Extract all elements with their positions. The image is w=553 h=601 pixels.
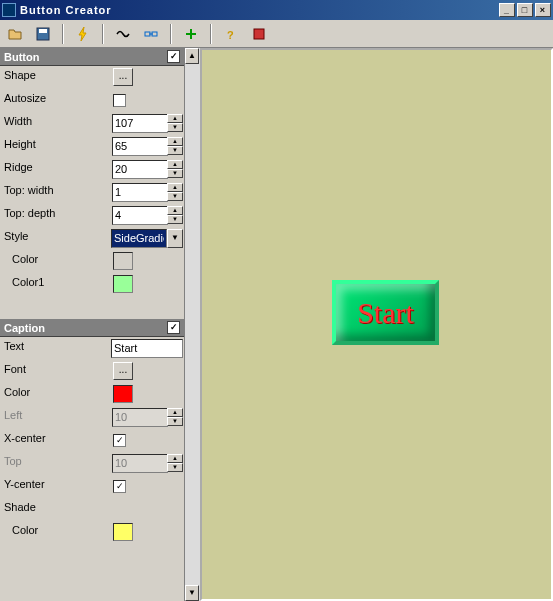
style-label: Style	[0, 227, 110, 249]
xcenter-checkbox[interactable]: ✓	[113, 434, 126, 447]
toolbar: ?	[0, 20, 553, 48]
ycenter-checkbox[interactable]: ✓	[113, 480, 126, 493]
preview-button[interactable]: Start	[332, 280, 439, 345]
topwidth-input[interactable]	[112, 183, 168, 202]
window-title: Button Creator	[20, 4, 499, 16]
topdepth-input[interactable]	[112, 206, 168, 225]
minimize-button[interactable]: _	[499, 3, 515, 17]
color-label: Color	[0, 250, 112, 272]
shadecolor-swatch[interactable]	[113, 523, 133, 541]
svg-rect-6	[254, 29, 264, 39]
plus-icon[interactable]	[180, 23, 202, 45]
title-bar: Button Creator _ □ ×	[0, 0, 553, 20]
height-spinner[interactable]: ▲▼	[167, 137, 183, 155]
shape-label: Shape	[0, 66, 112, 88]
ycenter-label: Y-center	[0, 475, 112, 497]
topwidth-label: Top: width	[0, 181, 111, 203]
color1-label: Color1	[0, 273, 112, 295]
color1-swatch[interactable]	[113, 275, 133, 293]
color-swatch[interactable]	[113, 252, 133, 270]
property-panel: Button ✓ Shape... Autosize Width▲▼ Heigh…	[0, 48, 200, 601]
preview-canvas: Start	[200, 48, 553, 601]
bolt-icon[interactable]	[72, 23, 94, 45]
close-button[interactable]: ×	[535, 3, 551, 17]
topdepth-label: Top: depth	[0, 204, 111, 226]
app-icon	[2, 3, 16, 17]
caption-color-swatch[interactable]	[113, 385, 133, 403]
shape-ellipsis-button[interactable]: ...	[113, 68, 133, 86]
top-spinner: ▲▼	[167, 454, 183, 472]
height-input[interactable]	[112, 137, 168, 156]
topwidth-spinner[interactable]: ▲▼	[167, 183, 183, 201]
ridge-spinner[interactable]: ▲▼	[167, 160, 183, 178]
maximize-button[interactable]: □	[517, 3, 533, 17]
left-label: Left	[0, 406, 111, 428]
section-header-button[interactable]: Button ✓	[0, 48, 184, 66]
xcenter-label: X-center	[0, 429, 112, 451]
autosize-checkbox[interactable]	[113, 94, 126, 107]
stop-icon[interactable]	[248, 23, 270, 45]
left-spinner: ▲▼	[167, 408, 183, 426]
scroll-up-button[interactable]: ▲	[185, 48, 199, 64]
font-ellipsis-button[interactable]: ...	[113, 362, 133, 380]
preview-button-caption: Start	[357, 296, 414, 330]
scroll-down-button[interactable]: ▼	[185, 585, 199, 601]
save-icon[interactable]	[32, 23, 54, 45]
text-input[interactable]	[111, 339, 183, 358]
link-icon[interactable]	[140, 23, 162, 45]
caption-section-checkbox[interactable]: ✓	[167, 321, 180, 334]
wave-icon[interactable]	[112, 23, 134, 45]
top-label: Top	[0, 452, 111, 474]
style-dropdown-button[interactable]: ▼	[167, 229, 183, 248]
ridge-input[interactable]	[112, 160, 168, 179]
section-header-caption[interactable]: Caption ✓	[0, 319, 184, 337]
open-icon[interactable]	[4, 23, 26, 45]
topdepth-spinner[interactable]: ▲▼	[167, 206, 183, 224]
caption-color-label: Color	[0, 383, 112, 405]
text-label: Text	[0, 337, 110, 359]
help-icon[interactable]: ?	[220, 23, 242, 45]
width-spinner[interactable]: ▲▼	[167, 114, 183, 132]
shadecolor-label: Color	[0, 521, 112, 543]
height-label: Height	[0, 135, 111, 157]
ridge-label: Ridge	[0, 158, 111, 180]
width-input[interactable]	[112, 114, 168, 133]
shade-label: Shade	[0, 498, 112, 520]
button-section-checkbox[interactable]: ✓	[167, 50, 180, 63]
autosize-label: Autosize	[0, 89, 112, 111]
left-input	[112, 408, 168, 427]
top-input	[112, 454, 168, 473]
svg-text:?: ?	[227, 29, 234, 41]
svg-rect-1	[39, 29, 47, 33]
vertical-scrollbar[interactable]: ▲ ▼	[184, 48, 200, 601]
font-label: Font	[0, 360, 112, 382]
style-combo[interactable]	[111, 229, 167, 248]
width-label: Width	[0, 112, 111, 134]
